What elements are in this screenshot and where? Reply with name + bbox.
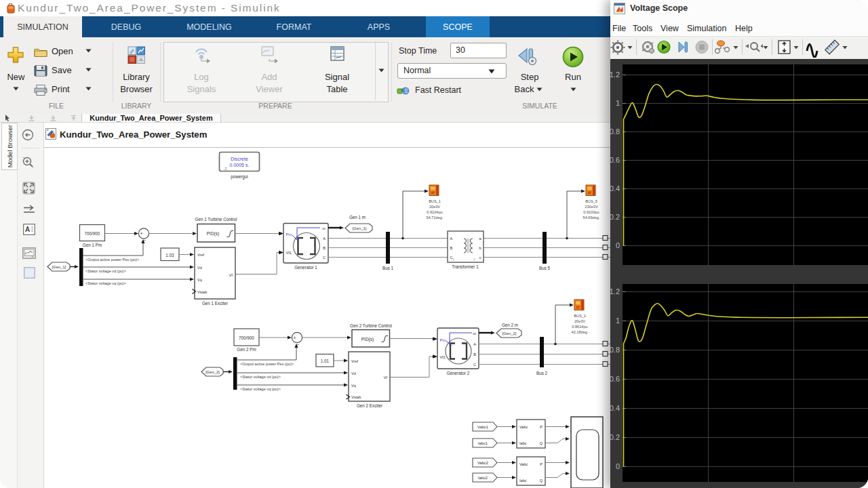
svg-text:230e3V: 230e3V [585,205,598,209]
svg-text:Gen 2 Turbine Control: Gen 2 Turbine Control [350,323,392,328]
svg-text:Gen 1 Pm: Gen 1 Pm [83,243,102,247]
svg-text:Discrete: Discrete [231,157,248,161]
svg-text:Vabc1: Vabc1 [477,425,488,429]
svg-text:0.4: 0.4 [610,184,620,192]
svg-text:[Gen_1]: [Gen_1] [353,226,367,230]
svg-text:Vstab: Vstab [197,290,207,294]
svg-text:1: 1 [616,99,620,107]
svg-text:Vq: Vq [351,384,356,388]
svg-text:<Output active power Peo (pu: <Output active power Peo (pu)> [240,362,294,366]
svg-text:<Output active power Peo (pu: <Output active power Peo (pu)> [85,258,139,262]
svg-text:Generator 1: Generator 1 [294,265,317,270]
svg-text:Iabc1: Iabc1 [478,441,488,445]
svg-text:<Stator voltage vq (pu)>: <Stator voltage vq (pu)> [85,281,126,285]
svg-text:P: P [540,462,542,466]
svg-text:A: A [450,237,453,241]
svg-text:Iabc: Iabc [519,479,527,483]
svg-text:Vref: Vref [351,359,358,363]
svg-text:Gen 1 Exciter: Gen 1 Exciter [202,301,228,306]
svg-text:Vabc: Vabc [519,425,528,429]
svg-text:Vq: Vq [197,278,202,282]
svg-text:Pm: Pm [440,338,446,342]
svg-text:m: m [322,226,326,230]
svg-text:0.2: 0.2 [610,433,620,441]
svg-text:Gen 2 m: Gen 2 m [502,323,518,327]
svg-text:Vstab: Vstab [351,395,361,399]
svg-text:42.18deg.: 42.18deg. [572,330,589,334]
svg-text:powergui: powergui [231,174,248,180]
svg-text:Bus 1: Bus 1 [382,266,394,270]
svg-text:z: z [224,165,227,171]
svg-text:0: 0 [616,462,620,470]
svg-text:Gen 2 Exciter: Gen 2 Exciter [357,403,382,408]
svg-text:BUS_2: BUS_2 [574,314,586,318]
svg-text:Transformer 1: Transformer 1 [452,264,479,269]
svg-text:0.4: 0.4 [610,404,620,412]
svg-text:<Stator voltage vd (pu)>: <Stator voltage vd (pu)> [85,269,126,273]
svg-text:Vf: Vf [229,273,233,277]
svg-text:A: A [323,237,326,241]
svg-text:Gen 1 Turbine Control: Gen 1 Turbine Control [195,217,237,222]
svg-text:0.8: 0.8 [610,127,620,136]
svg-text:Vabc: Vabc [519,462,528,466]
svg-text:Bus 5: Bus 5 [539,266,551,270]
svg-text:C: C [323,256,326,260]
svg-text:P: P [540,425,542,429]
svg-text:BUS_5: BUS_5 [585,199,597,203]
svg-text:0.6: 0.6 [610,375,620,383]
svg-text:c: c [479,256,481,260]
svg-text:Vd: Vd [197,266,202,270]
svg-text:PID(s): PID(s) [361,337,374,342]
svg-text:Q: Q [540,441,543,445]
svg-text:B: B [450,246,453,250]
svg-text:Vf1: Vf1 [440,355,446,359]
svg-text:Gen 1 m: Gen 1 m [349,215,366,220]
svg-text:Vf1: Vf1 [286,251,292,255]
svg-text:1: 1 [616,317,620,325]
svg-text:[Gen_2]: [Gen_2] [205,370,220,374]
svg-text:B: B [323,246,326,250]
svg-text:1.01: 1.01 [321,359,330,363]
svg-text:C: C [473,363,476,367]
svg-text:0.8: 0.8 [610,346,620,354]
svg-text:1.2: 1.2 [610,287,620,296]
svg-text:Gen 2 Pm: Gen 2 Pm [237,347,256,352]
svg-text:b: b [479,246,481,250]
svg-text:+: + [140,231,143,236]
svg-text:<Stator voltage vd (pu)>: <Stator voltage vd (pu)> [240,375,281,379]
svg-text:Q: Q [540,479,543,483]
svg-text:B: B [473,352,476,357]
svg-text:Iabc: Iabc [519,441,527,445]
svg-text:0.6: 0.6 [610,156,620,164]
svg-text:Kundur_Two_Area_Power_System: Kundur_Two_Area_Power_System [60,129,207,140]
svg-text:PID(s): PID(s) [207,231,219,237]
svg-text:1.2: 1.2 [610,70,620,79]
svg-text:20e3V: 20e3V [574,319,585,323]
svg-text:0.8614pu: 0.8614pu [572,325,587,329]
svg-text:Bus 2: Bus 2 [536,371,548,375]
svg-text:0.9103pu: 0.9103pu [583,210,599,214]
svg-text:_: _ [296,340,299,345]
svg-text:+: + [294,336,296,340]
svg-text:0: 0 [616,241,620,249]
svg-text:Iabc2: Iabc2 [478,476,488,480]
svg-text:<Stator voltage vq (pu)>: <Stator voltage vq (pu)> [240,387,281,391]
svg-text:700/900: 700/900 [85,231,100,236]
svg-text:700/900: 700/900 [239,336,254,340]
svg-text:Pm: Pm [286,232,292,237]
svg-text:54.69deg.: 54.69deg. [583,216,600,220]
svg-text:54.71deg.: 54.71deg. [427,216,443,220]
svg-text:Vabc2: Vabc2 [477,461,488,465]
svg-text:A: A [25,226,30,233]
svg-text:Vf: Vf [384,375,388,380]
svg-text:0.9104pu: 0.9104pu [427,210,442,214]
svg-text:0.2: 0.2 [610,213,620,221]
svg-text:Vd: Vd [351,371,356,375]
svg-text:0.0005 s.: 0.0005 s. [230,163,250,167]
svg-text:A: A [473,342,476,346]
svg-text:[Gen_1]: [Gen_1] [52,265,66,269]
svg-text:1.03: 1.03 [165,253,174,258]
svg-text:[Gen_2]: [Gen_2] [502,331,517,336]
svg-text:20e3V: 20e3V [429,205,440,209]
svg-text:m: m [473,331,476,336]
